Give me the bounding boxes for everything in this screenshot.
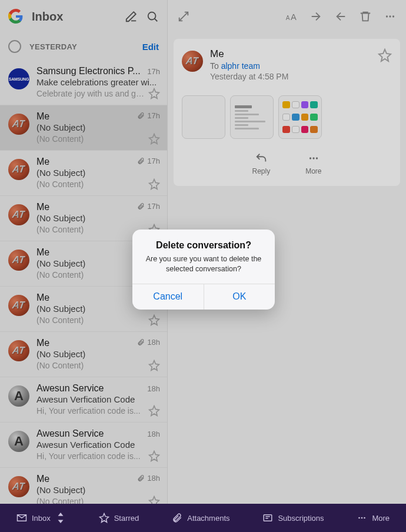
edit-link[interactable]: Edit (142, 42, 159, 52)
message-row[interactable]: ATMe18h(No Subject)(No Content) (0, 468, 167, 504)
reading-toolbar: AA (168, 0, 406, 33)
time: 17h (137, 157, 160, 165)
trash-icon[interactable] (359, 10, 372, 23)
email-from: Me (210, 48, 371, 60)
svg-text:A: A (286, 15, 290, 21)
ok-button[interactable]: OK (204, 284, 275, 310)
forward-icon[interactable] (310, 10, 322, 23)
cancel-button[interactable]: Cancel (132, 284, 204, 310)
subject: Make celebrations greater wi... (36, 77, 160, 87)
svg-point-4 (389, 15, 391, 17)
expand-icon[interactable] (177, 10, 190, 23)
select-all-circle[interactable] (8, 40, 21, 53)
sender: Awesun Service (36, 428, 104, 439)
section-label: YESTERDAY (29, 42, 134, 51)
preview: (No Content) (36, 270, 145, 280)
delete-dialog: Delete conversation? Are you sure you wa… (132, 230, 275, 310)
reply-button[interactable]: Reply (252, 152, 270, 175)
subject: (No Subject) (36, 349, 160, 359)
email-card: AT Me To alphr team Yesterday at 4:58 PM (174, 39, 400, 186)
sender: Samsung Electronics P... (36, 66, 141, 77)
avatar: AT (8, 114, 29, 135)
svg-point-12 (364, 517, 366, 519)
sender: Me (36, 202, 49, 212)
preview: (No Content) (36, 361, 145, 370)
svg-point-8 (316, 157, 318, 159)
compose-icon[interactable] (125, 10, 138, 23)
text-size-icon[interactable]: AA (285, 10, 298, 23)
preview: (No Content) (36, 225, 145, 234)
more-icon[interactable] (384, 10, 397, 23)
email-date: Yesterday at 4:58 PM (210, 72, 371, 81)
preview: Celebrate joy with us and get... (36, 89, 145, 98)
preview: (No Content) (36, 179, 145, 189)
preview: (No Content) (36, 497, 145, 504)
search-icon[interactable] (146, 10, 159, 23)
avatar: AT (8, 204, 29, 225)
preview: Hi, Your verfication code is... (36, 451, 145, 461)
message-row[interactable]: SAMSUNGSamsung Electronics P...17hMake c… (0, 60, 167, 105)
avatar: AT (8, 159, 29, 180)
attachment-thumb[interactable] (278, 95, 322, 139)
message-row[interactable]: ATMe18h(No Subject)(No Content) (0, 332, 167, 377)
avatar: SAMSUNG (8, 68, 29, 89)
sender: Me (36, 157, 49, 167)
time: 17h (147, 67, 160, 76)
attachment-thumb[interactable] (230, 95, 274, 139)
preview: (No Content) (36, 315, 145, 325)
time: 17h (137, 111, 160, 120)
sender: Me (36, 111, 49, 122)
dialog-title: Delete conversation? (142, 240, 265, 251)
svg-text:A: A (291, 12, 297, 22)
recipient-link[interactable]: alphr team (221, 61, 260, 71)
chevron-updown-icon (55, 513, 66, 523)
tab-inbox[interactable]: Inbox (16, 513, 66, 523)
sender: Awesun Service (36, 383, 104, 394)
message-row[interactable]: AAwesun Service18hAwesun Verfication Cod… (0, 377, 167, 423)
more-button[interactable]: More (305, 152, 321, 175)
dialog-message: Are you sure you want to delete the sele… (142, 254, 265, 274)
sender: Me (36, 474, 49, 484)
tab-subscriptions[interactable]: Subscriptions (262, 513, 324, 523)
sender: Me (36, 247, 49, 258)
time: 18h (147, 430, 160, 438)
avatar: AT (8, 340, 29, 361)
svg-point-11 (361, 517, 363, 519)
svg-point-3 (386, 15, 388, 17)
sender: Me (36, 338, 49, 348)
tab-starred[interactable]: Starred (99, 513, 139, 523)
subject: (No Subject) (36, 213, 160, 223)
subject: (No Subject) (36, 485, 160, 495)
svg-point-5 (392, 15, 394, 17)
svg-point-6 (310, 157, 311, 159)
message-row[interactable]: AAwesun Service18hAwesun Verfication Cod… (0, 423, 167, 468)
avatar: AT (8, 295, 29, 316)
subject: Awesun Verfication Code (36, 394, 160, 404)
message-row[interactable]: ATMe17h(No Subject)(No Content) (0, 105, 167, 151)
avatar: AT (8, 476, 29, 497)
section-header: YESTERDAY Edit (0, 33, 167, 60)
tab-attachments[interactable]: Attachments (172, 513, 229, 523)
inbox-title: Inbox (32, 10, 117, 24)
time: 17h (137, 202, 160, 211)
svg-point-7 (312, 157, 314, 159)
preview: (No Content) (36, 134, 145, 144)
time: 18h (147, 384, 160, 393)
email-to: To alphr team (210, 61, 371, 71)
star-icon[interactable] (378, 48, 392, 62)
attachments-row (182, 95, 392, 139)
subject: (No Subject) (36, 168, 160, 178)
subject: Awesun Verfication Code (36, 440, 160, 450)
svg-point-10 (359, 517, 361, 519)
subject: (No Subject) (36, 122, 160, 132)
bottom-nav: Inbox Starred Attachments Subscriptions … (0, 504, 406, 532)
avatar: A (8, 431, 29, 452)
svg-point-0 (148, 12, 156, 20)
avatar: AT (8, 250, 29, 271)
avatar: A (8, 385, 29, 407)
reply-icon[interactable] (334, 10, 347, 23)
attachment-thumb[interactable] (182, 95, 225, 139)
tab-more[interactable]: More (357, 513, 390, 523)
sender: Me (36, 292, 49, 303)
message-row[interactable]: ATMe17h(No Subject)(No Content) (0, 151, 167, 196)
